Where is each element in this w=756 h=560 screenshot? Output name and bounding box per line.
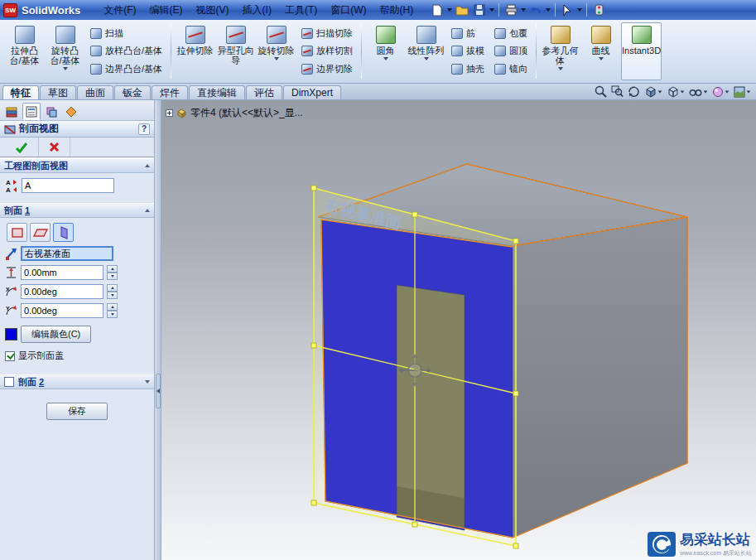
display-style-icon[interactable] xyxy=(667,85,685,98)
reference-plane-input[interactable] xyxy=(21,246,113,261)
y-rotation-spinner[interactable] xyxy=(107,303,118,318)
expand-tree-icon[interactable] xyxy=(166,109,173,117)
edit-color-button[interactable]: 编辑颜色(C) xyxy=(21,326,91,343)
loft-boss-button[interactable]: 放样凸台/基体 xyxy=(87,43,166,59)
section2-group-header[interactable]: 剖面 2 xyxy=(0,374,154,389)
curves-button[interactable]: 曲线 xyxy=(580,22,621,80)
edit-appearance-icon[interactable] xyxy=(712,86,730,98)
revolved-boss-button[interactable]: 旋转凸台/基体 xyxy=(45,22,85,80)
boundary-boss-button[interactable]: 边界凸台/基体 xyxy=(87,61,166,77)
linear-pattern-button[interactable]: 线性阵列 xyxy=(406,22,446,80)
wrap-button[interactable]: 包覆 xyxy=(491,26,531,41)
shell-button[interactable]: 抽壳 xyxy=(448,61,488,77)
dropdown-caret[interactable] xyxy=(63,67,68,70)
menu-window[interactable]: 窗口(W) xyxy=(324,1,373,20)
collapse-chevron-icon[interactable] xyxy=(145,164,150,167)
tab-surfaces[interactable]: 曲面 xyxy=(77,85,113,99)
instant3d-button[interactable]: Instant3D xyxy=(621,22,662,80)
draft-button[interactable]: 拔模 xyxy=(448,43,488,59)
front-plane-button[interactable] xyxy=(7,223,27,242)
menu-insert[interactable]: 插入(I) xyxy=(236,1,278,20)
undo-dropdown-caret[interactable] xyxy=(546,8,551,12)
offset-distance-input[interactable] xyxy=(21,265,104,280)
tab-sketch[interactable]: 草图 xyxy=(40,85,76,99)
hide-show-icon[interactable] xyxy=(689,87,708,97)
dropdown-caret[interactable] xyxy=(658,90,662,93)
drawing-section-group-header[interactable]: 工程图剖面视图 xyxy=(0,158,154,173)
fillet-button[interactable]: 圆角 xyxy=(365,22,406,80)
configurationmanager-tab-icon[interactable] xyxy=(42,103,60,120)
revolved-cut-button[interactable]: 旋转切除 xyxy=(256,22,296,80)
menu-help[interactable]: 帮助(H) xyxy=(373,1,421,20)
extruded-boss-button[interactable]: 拉伸凸台/基体 xyxy=(4,22,45,80)
tab-features[interactable]: 特征 xyxy=(2,85,39,99)
select-cursor-icon[interactable] xyxy=(560,2,575,17)
help-button[interactable]: ? xyxy=(138,123,150,135)
cancel-button[interactable] xyxy=(39,138,70,157)
dropdown-caret[interactable] xyxy=(424,57,429,60)
tab-sheetmetal[interactable]: 钣金 xyxy=(114,85,151,99)
dropdown-caret[interactable] xyxy=(725,90,730,93)
collapse-chevron-icon[interactable] xyxy=(145,209,150,212)
tab-dimxpert[interactable]: DimXpert xyxy=(283,85,341,99)
extruded-cut-button[interactable]: 拉伸切除 xyxy=(175,22,215,80)
right-plane-button[interactable] xyxy=(53,223,74,242)
dropdown-caret[interactable] xyxy=(599,57,604,60)
offset-spinner[interactable] xyxy=(107,265,118,280)
rebuild-icon[interactable] xyxy=(591,2,606,17)
expand-chevron-icon[interactable] xyxy=(145,380,150,384)
graphics-viewport[interactable]: 右视基准面 零件4 (默认<<默认>_显... 易采站长站 www.easck.… xyxy=(161,100,756,560)
reference-geometry-button[interactable]: 参考几何体 xyxy=(540,22,580,80)
save-dropdown-caret[interactable] xyxy=(489,8,494,12)
new-dropdown-caret[interactable] xyxy=(447,8,452,12)
sweep-button[interactable]: 扫描 xyxy=(87,26,166,41)
zoom-fit-icon[interactable] xyxy=(595,85,607,98)
boundary-cut-button[interactable]: 边界切除 xyxy=(298,61,356,77)
tab-weldments[interactable]: 焊件 xyxy=(152,85,188,99)
swept-cut-button[interactable]: 扫描切除 xyxy=(298,26,356,41)
open-folder-icon[interactable] xyxy=(455,2,469,17)
print-dropdown-caret[interactable] xyxy=(521,8,526,12)
featuremanager-tab-icon[interactable] xyxy=(2,103,21,120)
menu-edit[interactable]: 编辑(E) xyxy=(143,1,190,20)
dropdown-caret[interactable] xyxy=(747,90,751,93)
menu-tools[interactable]: 工具(T) xyxy=(278,1,324,20)
panel-splitter[interactable] xyxy=(154,100,161,560)
dome-button[interactable]: 圆顶 xyxy=(491,43,531,59)
ok-button[interactable] xyxy=(5,138,39,157)
displaymanager-tab-icon[interactable] xyxy=(62,103,80,120)
menu-view[interactable]: 视图(V) xyxy=(190,1,236,20)
new-document-icon[interactable] xyxy=(430,2,445,17)
section1-group-header[interactable]: 剖面 1 xyxy=(0,203,154,218)
panel-collapse-handle[interactable] xyxy=(156,374,161,408)
zoom-area-icon[interactable] xyxy=(611,85,624,98)
menu-file[interactable]: 文件(F) xyxy=(97,1,142,20)
lofted-cut-button[interactable]: 放样切割 xyxy=(298,43,356,59)
tab-evaluate[interactable]: 评估 xyxy=(246,85,282,99)
hole-wizard-button[interactable]: 异型孔向导 xyxy=(215,22,256,80)
undo-icon[interactable] xyxy=(528,2,543,17)
dropdown-caret[interactable] xyxy=(274,57,279,60)
scene-icon[interactable] xyxy=(734,86,751,98)
y-rotation-input[interactable] xyxy=(21,303,104,318)
section-label-input[interactable] xyxy=(22,178,114,193)
top-plane-button[interactable] xyxy=(30,223,51,242)
rib-button[interactable]: 筋 xyxy=(448,26,488,41)
view-orientation-icon[interactable] xyxy=(644,85,662,98)
x-rotation-spinner[interactable] xyxy=(107,284,118,299)
dropdown-caret[interactable] xyxy=(558,67,563,70)
save-icon[interactable] xyxy=(472,2,487,17)
select-dropdown-caret[interactable] xyxy=(577,8,582,12)
propertymanager-tab-icon[interactable] xyxy=(22,103,41,120)
tab-direct-editing[interactable]: 直接编辑 xyxy=(189,85,245,99)
section2-checkbox[interactable] xyxy=(4,377,14,387)
cube-right-face[interactable] xyxy=(513,217,687,538)
section-color-swatch[interactable] xyxy=(5,328,17,340)
x-rotation-input[interactable] xyxy=(21,284,104,299)
feature-tree-flyout[interactable]: 零件4 (默认<<默认>_显... xyxy=(166,106,303,120)
dropdown-caret[interactable] xyxy=(383,57,388,60)
mirror-button[interactable]: 镜向 xyxy=(491,61,531,77)
show-section-cap-checkbox[interactable] xyxy=(5,351,15,361)
dropdown-caret[interactable] xyxy=(704,90,708,93)
rotate-view-icon[interactable] xyxy=(628,85,640,98)
